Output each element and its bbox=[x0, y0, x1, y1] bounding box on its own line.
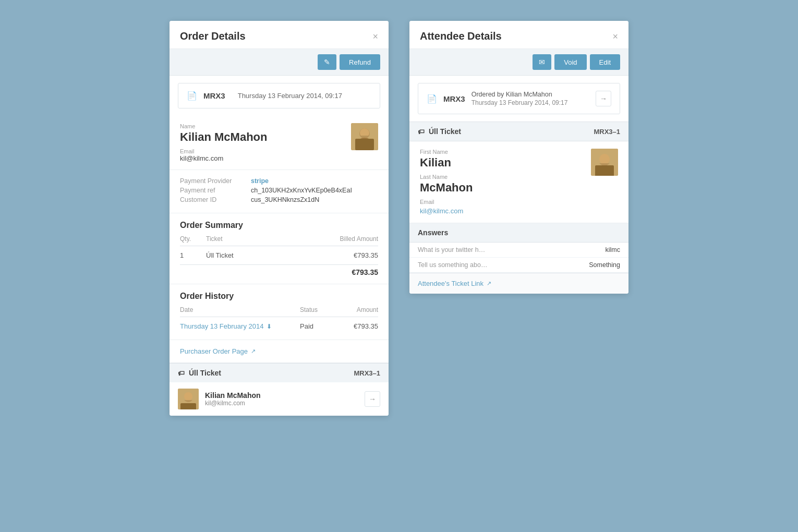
attendee-void-button[interactable]: Void bbox=[554, 54, 586, 70]
svg-point-9 bbox=[599, 154, 610, 164]
payment-section: Payment Provider stripe Payment ref ch_1… bbox=[170, 170, 389, 213]
attendee-file-icon: 📄 bbox=[427, 94, 437, 104]
attendee-arrow-button[interactable]: → bbox=[365, 391, 380, 407]
purchaser-order-link[interactable]: Purchaser Order Page ↗ bbox=[170, 340, 389, 363]
ordered-by: Ordered by Kilian McMahon bbox=[471, 91, 589, 98]
order-details-panel: Order Details × ✎ Refund 📄 MRX3 Thursday… bbox=[170, 21, 389, 416]
payment-provider-row: Payment Provider stripe bbox=[180, 177, 378, 185]
answer-value-1: kilmc bbox=[606, 246, 620, 253]
attendee-email-link[interactable]: kil@kilmc.com bbox=[420, 207, 463, 215]
payment-provider-value: stripe bbox=[251, 177, 269, 185]
attendee-mini-avatar bbox=[178, 389, 199, 409]
summary-amount: €793.35 bbox=[331, 251, 378, 259]
external-link-icon: ↗ bbox=[251, 348, 256, 355]
summary-qty: 1 bbox=[180, 251, 206, 259]
payment-ref-value: ch_103UKH2xKnxYvKEp0eB4xEaI bbox=[251, 187, 352, 194]
attendee-email-icon-button[interactable]: ✉ bbox=[533, 54, 551, 70]
attendee-last-name: McMahon bbox=[420, 181, 473, 195]
col-amount-header: Billed Amount bbox=[331, 235, 378, 243]
payment-ref-label: Payment ref bbox=[180, 187, 243, 194]
attendee-details-section: First Name Kilian Last Name McMahon Emai… bbox=[409, 141, 628, 223]
attendee-order-arrow-button[interactable]: → bbox=[596, 91, 611, 106]
attendee-email-value: kil@kilmc.com bbox=[420, 207, 463, 215]
order-panel-title: Order Details bbox=[180, 30, 246, 42]
history-date-link[interactable]: Thursday 13 February 2014 ⬇ bbox=[180, 322, 300, 330]
ticket-attendee-row: Kilian McMahon kil@kilmc.com → bbox=[170, 382, 389, 416]
customer-name: Kilian McMahon bbox=[180, 130, 267, 144]
attendee-edit-button[interactable]: Edit bbox=[590, 54, 620, 70]
summary-total: €793.35 bbox=[352, 268, 378, 276]
history-amount: €793.35 bbox=[342, 322, 378, 330]
payment-ref-row: Payment ref ch_103UKH2xKnxYvKEp0eB4xEaI bbox=[180, 187, 378, 194]
order-id: MRX3 bbox=[203, 91, 225, 100]
attendee-ticket-section-header: 🏷 Úll Ticket MRX3–1 bbox=[409, 122, 628, 141]
last-name-label: Last Name bbox=[420, 174, 473, 180]
history-date-cell: Thursday 13 February 2014 ⬇ bbox=[180, 322, 300, 330]
order-history-section: Order History Date Status Amount Thursda… bbox=[170, 284, 389, 340]
order-panel-header: Order Details × bbox=[170, 21, 389, 49]
purchaser-link-text: Purchaser Order Page bbox=[180, 347, 248, 355]
attendee-details-panel: Attendee Details × ✉ Void Edit 📄 MRX3 Or… bbox=[409, 21, 628, 294]
summary-table-header: Qty. Ticket Billed Amount bbox=[180, 235, 378, 246]
order-panel-body: 📄 MRX3 Thursday 13 February 2014, 09:17 … bbox=[170, 83, 389, 416]
customer-section: Name Kilian McMahon Email kil@kilmc.com bbox=[170, 116, 389, 170]
col-ticket-header: Ticket bbox=[206, 235, 331, 243]
ticket-link-external-icon: ↗ bbox=[487, 280, 491, 287]
col-hist-amount-header: Amount bbox=[342, 306, 378, 313]
first-name-label: First Name bbox=[420, 149, 473, 155]
order-refund-button[interactable]: Refund bbox=[340, 54, 380, 70]
history-date-text: Thursday 13 February 2014 bbox=[180, 322, 263, 330]
order-file-icon: 📄 bbox=[187, 91, 197, 101]
attendee-ticket-id: MRX3–1 bbox=[594, 128, 620, 136]
order-history-heading: Order History bbox=[180, 292, 378, 301]
customer-id-row: Customer ID cus_3UKHNknzsZx1dN bbox=[180, 196, 378, 203]
attendee-ticket-link[interactable]: Attendee's Ticket Link ↗ bbox=[418, 280, 620, 287]
attendee-order-info: Ordered by Kilian McMahon Thursday 13 Fe… bbox=[471, 91, 589, 106]
summary-row: 1 Úll Ticket €793.35 bbox=[180, 249, 378, 261]
customer-id-value: cus_3UKHNknzsZx1dN bbox=[251, 196, 319, 203]
order-summary-section: Order Summary Qty. Ticket Billed Amount … bbox=[170, 213, 389, 284]
order-edit-icon-button[interactable]: ✎ bbox=[318, 54, 336, 70]
answers-section: Answers What is your twitter h… kilmc Te… bbox=[409, 223, 628, 273]
attendee-ticket-name: Úll Ticket bbox=[429, 127, 461, 136]
customer-id-label: Customer ID bbox=[180, 196, 243, 203]
answer-question-2: Tell us something abo… bbox=[418, 261, 587, 269]
col-qty-header: Qty. bbox=[180, 235, 206, 243]
ticket-section-header: 🏷 Úll Ticket MRX3–1 bbox=[170, 363, 389, 382]
order-close-button[interactable]: × bbox=[372, 32, 378, 41]
ticket-header-left: 🏷 Úll Ticket bbox=[178, 369, 221, 377]
attendee-ticket-header-left: 🏷 Úll Ticket bbox=[418, 127, 461, 136]
attendee-name-info: First Name Kilian Last Name McMahon Emai… bbox=[420, 149, 473, 215]
summary-total-row: €793.35 bbox=[180, 264, 378, 276]
attendee-toolbar: ✉ Void Edit bbox=[409, 49, 628, 76]
attendee-email-label: Email bbox=[420, 199, 473, 205]
customer-avatar bbox=[351, 123, 378, 150]
answer-row-1: What is your twitter h… kilmc bbox=[409, 243, 628, 258]
attendee-first-name: Kilian bbox=[420, 156, 473, 170]
order-toolbar: ✎ Refund bbox=[170, 49, 389, 76]
order-id-bar: 📄 MRX3 Thursday 13 February 2014, 09:17 bbox=[178, 83, 380, 108]
email-label: Email bbox=[180, 148, 267, 154]
attendee-avatar bbox=[591, 149, 618, 176]
summary-ticket: Úll Ticket bbox=[206, 251, 331, 259]
ticket-name: Úll Ticket bbox=[189, 369, 221, 377]
answers-heading: Answers bbox=[409, 223, 628, 243]
svg-rect-10 bbox=[595, 165, 614, 176]
answer-question-1: What is your twitter h… bbox=[418, 246, 603, 253]
attendee-close-button[interactable]: × bbox=[612, 32, 618, 41]
svg-rect-3 bbox=[355, 139, 374, 150]
attendee-panel-header: Attendee Details × bbox=[409, 21, 628, 49]
ticket-link-text: Attendee's Ticket Link bbox=[418, 280, 483, 287]
answer-value-2: Something bbox=[589, 261, 620, 269]
ticket-tag-icon: 🏷 bbox=[178, 369, 185, 377]
col-status-header: Status bbox=[300, 306, 342, 313]
attendee-panel-body: 📄 MRX3 Ordered by Kilian McMahon Thursda… bbox=[409, 83, 628, 294]
svg-point-6 bbox=[184, 392, 192, 401]
customer-info: Name Kilian McMahon Email kil@kilmc.com bbox=[180, 123, 267, 162]
col-date-header: Date bbox=[180, 306, 300, 313]
attendee-mini-info: Kilian McMahon kil@kilmc.com bbox=[205, 391, 358, 407]
payment-provider-label: Payment Provider bbox=[180, 177, 243, 185]
order-summary-heading: Order Summary bbox=[180, 221, 378, 230]
history-row: Thursday 13 February 2014 ⬇ Paid €793.35 bbox=[180, 320, 378, 332]
customer-email: kil@kilmc.com bbox=[180, 154, 267, 162]
